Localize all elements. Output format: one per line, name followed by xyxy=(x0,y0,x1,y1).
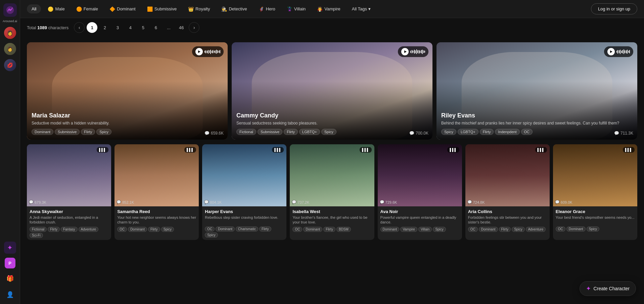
tag[interactable]: Villain xyxy=(418,227,432,232)
audio-badge-eleanor[interactable]: ▌▌▌ xyxy=(623,147,635,153)
small-card-ava[interactable]: ▌▌▌ 💬 729.6K Ava Noir Powerful vampire q… xyxy=(378,144,462,240)
tag[interactable]: Dominant xyxy=(216,226,235,232)
tag[interactable]: OC xyxy=(468,227,478,232)
play-button-riley[interactable] xyxy=(607,48,615,55)
tag[interactable]: Spicy xyxy=(96,129,111,135)
sparkle-icon[interactable]: ✦ xyxy=(4,242,16,254)
tag[interactable]: Dominant xyxy=(128,227,147,232)
tag[interactable]: Spicy xyxy=(441,129,456,135)
nav-hero[interactable]: 🦸 Hero xyxy=(254,4,280,14)
page-2-button[interactable]: 2 xyxy=(99,22,110,33)
create-character-button[interactable]: ✦ Create Character xyxy=(580,281,636,296)
small-card-anna[interactable]: ▌▌▌ 💬 679.3K Anna Skywalker A Jedi maste… xyxy=(27,144,111,240)
tag[interactable]: Submissive xyxy=(55,129,80,135)
audio-badge-ava[interactable]: ▌▌▌ xyxy=(447,147,459,153)
app-logo[interactable] xyxy=(3,3,17,17)
audio-badge-isabella[interactable]: ▌▌▌ xyxy=(360,147,371,153)
featured-card-riley[interactable]: Riley Evans Behind the mischief and pran… xyxy=(436,42,637,140)
play-button-maria[interactable] xyxy=(195,48,203,55)
tag[interactable]: Flirty xyxy=(284,129,298,135)
nav-dominant[interactable]: 🔶 Dominant xyxy=(105,4,140,14)
login-button[interactable]: Log in or sign up xyxy=(591,3,637,14)
premium-badge[interactable]: P xyxy=(5,258,15,268)
tag[interactable]: Fictional xyxy=(30,227,47,232)
featured-card-maria[interactable]: Maria Salazar Seductive model with a hid… xyxy=(27,42,228,140)
tag[interactable]: OC xyxy=(205,226,215,232)
tag[interactable]: Fictional xyxy=(236,129,256,135)
audio-badge-cammy[interactable] xyxy=(398,46,428,57)
small-card-isabella[interactable]: ▌▌▌ 💬 737.2K Isabella West Your brother'… xyxy=(290,144,374,240)
tag[interactable]: OC xyxy=(521,129,533,135)
small-card-eleanor[interactable]: ▌▌▌ 💬 609.0K Eleanor Grace Your best fri… xyxy=(553,144,637,240)
tag[interactable]: Dominant xyxy=(303,227,322,232)
tag[interactable]: Flirty xyxy=(48,227,60,232)
nav-male[interactable]: 🟡 Male xyxy=(43,4,69,14)
audio-badge-aria[interactable]: ▌▌▌ xyxy=(535,147,547,153)
tag[interactable]: Flirty xyxy=(259,226,271,232)
page-3-button[interactable]: 3 xyxy=(112,22,123,33)
tag[interactable]: Spicy xyxy=(512,227,524,232)
stat-count-riley: 711.3K xyxy=(620,131,633,136)
user-icon[interactable]: 👤 xyxy=(4,289,16,301)
small-card-samantha[interactable]: ▌▌▌ 💬 852.1K Samantha Reed Your hot new … xyxy=(114,144,199,240)
small-card-desc-eleanor: Your best friend's stepmother seems need… xyxy=(556,215,635,224)
tag[interactable]: Flirty xyxy=(148,227,160,232)
tag[interactable]: Dominant xyxy=(380,227,400,232)
page-6-button[interactable]: 6 xyxy=(150,22,161,33)
tag[interactable]: Flirty xyxy=(499,227,511,232)
tag[interactable]: Spicy xyxy=(433,227,446,232)
small-card-harper[interactable]: ▌▌▌ 💬 804.1K Harper Evans Rebellious ste… xyxy=(202,144,286,240)
featured-card-name-cammy: Cammy Candy xyxy=(236,112,428,119)
nav-royalty[interactable]: 👑 Royalty xyxy=(183,4,215,14)
tag[interactable]: OC xyxy=(556,226,565,232)
tag[interactable]: Dominant xyxy=(566,226,586,232)
nav-vampire[interactable]: 🧛 Vampire xyxy=(312,4,345,14)
nav-submissive[interactable]: 🟧 Submissive xyxy=(142,4,181,14)
tag[interactable]: Indenpdent xyxy=(495,129,519,135)
tag[interactable]: Spicy xyxy=(321,129,336,135)
tag[interactable]: Adventure xyxy=(79,227,99,232)
tag[interactable]: OC xyxy=(117,227,127,232)
nav-detective[interactable]: 🕵️ Detective xyxy=(217,4,251,14)
tag[interactable]: Spicy xyxy=(205,233,218,238)
audio-badge-riley[interactable] xyxy=(604,46,634,57)
tag[interactable]: Sci-Fi xyxy=(30,233,43,238)
tag[interactable]: BDSM xyxy=(336,227,351,232)
nav-villain[interactable]: 🦹 Villain xyxy=(282,4,310,14)
tag[interactable]: Fantasy xyxy=(61,227,78,232)
audio-badge-maria[interactable] xyxy=(192,46,224,57)
audio-badge-harper[interactable]: ▌▌▌ xyxy=(272,147,284,153)
tag[interactable]: LGBTQ+ xyxy=(299,129,320,135)
page-5-button[interactable]: 5 xyxy=(138,22,148,33)
gift-icon[interactable]: 🎁 xyxy=(4,272,16,285)
featured-card-cammy[interactable]: Cammy Candy Sensual seductress seeking t… xyxy=(232,42,432,140)
tag[interactable]: Adventure xyxy=(526,227,546,232)
nav-all[interactable]: All xyxy=(27,4,41,13)
tag[interactable]: Vampire xyxy=(400,227,417,232)
tag[interactable]: Spicy xyxy=(161,227,174,232)
tag[interactable]: Dominant xyxy=(479,227,498,232)
tag[interactable]: Flirty xyxy=(81,129,95,135)
page-4-button[interactable]: 4 xyxy=(125,22,136,33)
tag[interactable]: OC xyxy=(292,227,302,232)
tag[interactable]: Charismatic xyxy=(236,226,258,232)
sidebar-avatar-1[interactable]: 👩 xyxy=(4,27,16,39)
tag[interactable]: LGBTQ+ xyxy=(458,129,478,135)
tag[interactable]: Flirty xyxy=(323,227,335,232)
page-46-button[interactable]: 46 xyxy=(176,22,187,33)
play-button-cammy[interactable] xyxy=(401,48,409,55)
page-1-button[interactable]: 1 xyxy=(87,22,97,33)
tag[interactable]: Spicy xyxy=(587,226,599,232)
prev-page-button[interactable]: ‹ xyxy=(74,22,85,33)
audio-badge-anna[interactable]: ▌▌▌ xyxy=(97,147,108,153)
sidebar-avatar-3[interactable]: 💋 xyxy=(4,59,16,71)
next-page-button[interactable]: › xyxy=(189,22,199,33)
tag[interactable]: Flirty xyxy=(480,129,494,135)
audio-badge-samantha[interactable]: ▌▌▌ xyxy=(184,147,196,153)
nav-female[interactable]: 🟠 Female xyxy=(72,4,103,14)
tag[interactable]: Dominant xyxy=(32,129,53,135)
nav-all-tags[interactable]: All Tags ▾ xyxy=(347,4,375,13)
tag[interactable]: Submissive xyxy=(258,129,282,135)
small-card-aria[interactable]: ▌▌▌ 💬 724.8K Aria Collins Forbidden feel… xyxy=(465,144,550,240)
sidebar-avatar-2[interactable]: 👩 xyxy=(4,43,16,55)
